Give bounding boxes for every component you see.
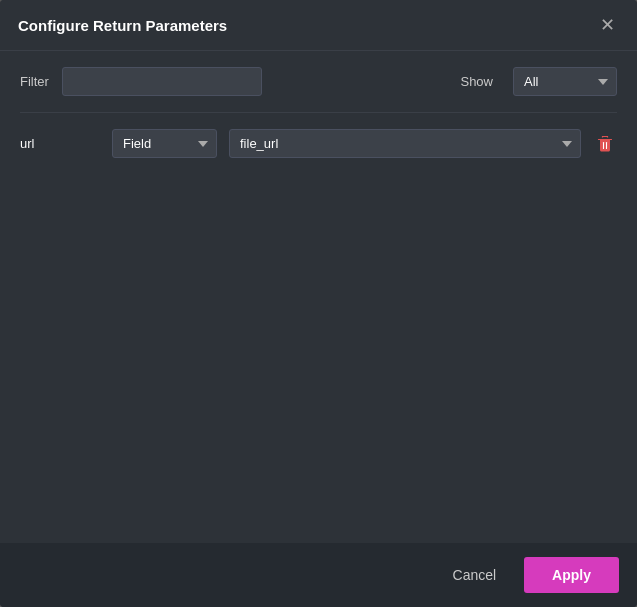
- divider: [20, 112, 617, 113]
- show-label: Show: [460, 74, 493, 89]
- value-select[interactable]: file_url file_name file_path: [229, 129, 581, 158]
- dialog-title: Configure Return Parameters: [18, 17, 227, 34]
- filter-row: Filter Show All Mapped Unmapped: [20, 67, 617, 96]
- value-select-wrapper: file_url file_name file_path: [229, 129, 581, 158]
- close-button[interactable]: ✕: [596, 14, 619, 36]
- type-select-wrapper: Field Value Expression: [112, 129, 217, 158]
- cancel-button[interactable]: Cancel: [435, 559, 515, 591]
- type-select[interactable]: Field Value Expression: [112, 129, 217, 158]
- filter-label: Filter: [20, 74, 50, 89]
- param-row: url Field Value Expression file_url file…: [20, 129, 617, 158]
- dialog-body: Filter Show All Mapped Unmapped url Fiel…: [0, 51, 637, 543]
- filter-input[interactable]: [62, 67, 262, 96]
- dialog-footer: Cancel Apply: [0, 543, 637, 607]
- show-select[interactable]: All Mapped Unmapped: [513, 67, 617, 96]
- configure-return-parameters-dialog: Configure Return Parameters ✕ Filter Sho…: [0, 0, 637, 607]
- delete-param-button[interactable]: [593, 133, 617, 155]
- trash-icon: [597, 135, 613, 153]
- param-name-url: url: [20, 136, 100, 151]
- apply-button[interactable]: Apply: [524, 557, 619, 593]
- dialog-header: Configure Return Parameters ✕: [0, 0, 637, 51]
- show-select-wrapper: All Mapped Unmapped: [513, 67, 617, 96]
